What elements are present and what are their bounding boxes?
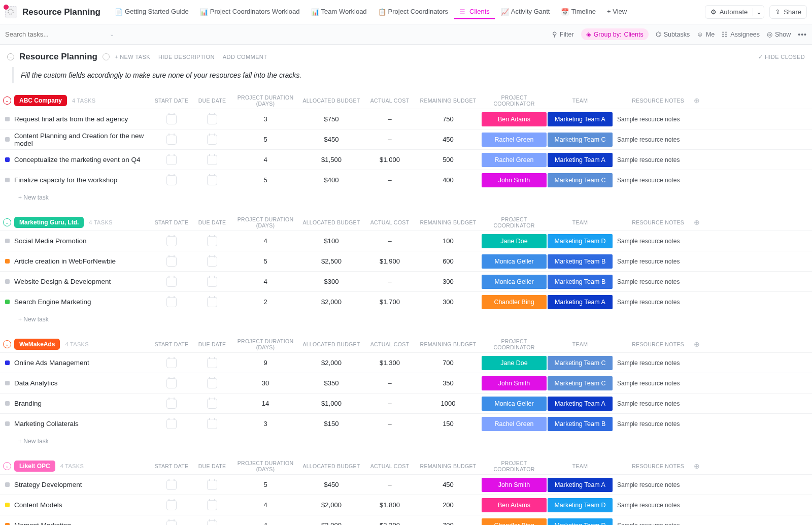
group-by-pill[interactable]: ◈ Group by: Clients xyxy=(581,28,649,40)
task-name[interactable]: Finalize capacity for the workshop xyxy=(14,176,151,184)
column-header[interactable]: REMAINING BUDGET xyxy=(415,219,481,225)
cell-duration[interactable]: 4 xyxy=(232,156,298,163)
cell-duration[interactable]: 4 xyxy=(232,278,298,285)
calendar-icon[interactable] xyxy=(166,135,177,145)
cell-budget[interactable]: $3,000 xyxy=(298,521,364,525)
group-name-pill[interactable]: ABC Company xyxy=(14,95,67,106)
task-status-bullet[interactable] xyxy=(5,259,10,264)
tab-timeline[interactable]: 📅Timeline xyxy=(556,5,601,19)
task-name[interactable]: Request final arts from the ad agency xyxy=(14,115,151,123)
column-header[interactable]: ACTUAL COST xyxy=(364,219,415,225)
column-header[interactable]: REMAINING BUDGET xyxy=(415,463,481,469)
cell-remaining[interactable]: 500 xyxy=(415,156,481,163)
add-comment-button[interactable]: ADD COMMENT xyxy=(223,54,267,60)
cell-duration[interactable]: 3 xyxy=(232,115,298,123)
group-name-pill[interactable]: WeMakeAds xyxy=(14,339,60,350)
team-chip[interactable]: Marketing Team D xyxy=(548,518,613,526)
coordinator-chip[interactable]: John Smith xyxy=(482,478,547,492)
column-header[interactable]: ACTUAL COST xyxy=(364,463,415,469)
column-header[interactable]: START DATE xyxy=(151,97,192,104)
team-chip[interactable]: Marketing Team B xyxy=(548,254,613,269)
calendar-icon[interactable] xyxy=(166,256,177,267)
cell-duration[interactable]: 14 xyxy=(232,400,298,407)
task-status-bullet[interactable] xyxy=(5,503,10,507)
automate-button[interactable]: ⚙ Automate ⌄ xyxy=(705,5,765,19)
search-input[interactable] xyxy=(5,30,107,38)
group-name-pill[interactable]: Marketing Guru, Ltd. xyxy=(14,217,84,228)
cell-budget[interactable]: $300 xyxy=(298,278,364,285)
column-header[interactable]: START DATE xyxy=(151,463,192,469)
column-header[interactable]: RESOURCE NOTES xyxy=(613,341,689,347)
coordinator-chip[interactable]: Rachel Green xyxy=(482,417,547,431)
calendar-icon[interactable] xyxy=(207,378,217,388)
team-chip[interactable]: Marketing Team C xyxy=(548,133,613,147)
group-name-pill[interactable]: LikeIt OPC xyxy=(14,461,55,472)
calendar-icon[interactable] xyxy=(166,419,177,429)
cell-duration[interactable]: 4 xyxy=(232,237,298,245)
filter-button[interactable]: ⚲Filter xyxy=(552,30,574,38)
cell-actual[interactable]: $1,300 xyxy=(364,359,415,367)
notes-cell[interactable]: Sample resource notes xyxy=(613,116,689,123)
column-header[interactable]: ACTUAL COST xyxy=(364,341,415,347)
coordinator-chip[interactable]: Chandler Bing xyxy=(482,295,547,309)
cell-budget[interactable]: $750 xyxy=(298,115,364,123)
cell-budget[interactable]: $400 xyxy=(298,176,364,184)
task-status-bullet[interactable] xyxy=(5,401,10,406)
tab--view[interactable]: + View xyxy=(602,5,632,19)
team-chip[interactable]: Marketing Team C xyxy=(548,356,613,370)
coordinator-chip[interactable]: Ben Adams xyxy=(482,112,547,126)
task-name[interactable]: Moment Marketing xyxy=(14,521,151,525)
list-description[interactable]: Fill the custom fields accordingly to ma… xyxy=(12,67,805,83)
add-column-button[interactable]: ⊕ xyxy=(689,340,704,348)
cell-duration[interactable]: 3 xyxy=(232,420,298,428)
team-chip[interactable]: Marketing Team A xyxy=(548,112,613,126)
add-column-button[interactable]: ⊕ xyxy=(689,462,704,470)
group-toggle[interactable]: ⌄ xyxy=(0,218,14,226)
cell-remaining[interactable]: 300 xyxy=(415,298,481,306)
column-header[interactable]: RESOURCE NOTES xyxy=(613,463,689,469)
cell-budget[interactable]: $2,000 xyxy=(298,298,364,306)
hide-description-button[interactable]: HIDE DESCRIPTION xyxy=(158,54,215,60)
cell-actual[interactable]: $1,800 xyxy=(364,501,415,509)
team-chip[interactable]: Marketing Team A xyxy=(548,295,613,309)
column-header[interactable]: TEAM xyxy=(547,341,613,347)
notes-cell[interactable]: Sample resource notes xyxy=(613,420,689,428)
task-status-bullet[interactable] xyxy=(5,117,10,121)
new-task-row-button[interactable]: + New task xyxy=(0,190,812,205)
calendar-icon[interactable] xyxy=(207,175,217,185)
task-name[interactable]: Marketing Collaterals xyxy=(14,420,151,428)
column-header[interactable]: DUE DATE xyxy=(192,219,232,225)
coordinator-chip[interactable]: Monica Geller xyxy=(482,254,547,269)
team-chip[interactable]: Marketing Team D xyxy=(548,498,613,512)
column-header[interactable]: RESOURCE NOTES xyxy=(613,97,689,104)
team-chip[interactable]: Marketing Team A xyxy=(548,478,613,492)
cell-remaining[interactable]: 450 xyxy=(415,136,481,143)
new-task-row-button[interactable]: + New task xyxy=(0,434,812,449)
task-name[interactable]: Website Design & Development xyxy=(14,278,151,285)
cell-actual[interactable]: – xyxy=(364,237,415,245)
team-chip[interactable]: Marketing Team B xyxy=(548,417,613,431)
column-header[interactable]: PROJECT COORDINATOR xyxy=(481,216,547,228)
cell-actual[interactable]: $1,900 xyxy=(364,257,415,265)
task-status-bullet[interactable] xyxy=(5,360,10,365)
group-toggle[interactable]: ⌄ xyxy=(0,462,14,470)
show-button[interactable]: ◎Show xyxy=(767,30,791,38)
calendar-icon[interactable] xyxy=(207,135,217,145)
calendar-icon[interactable] xyxy=(166,480,177,490)
notes-cell[interactable]: Sample resource notes xyxy=(613,299,689,306)
column-header[interactable]: PROJECT DURATION (DAYS) xyxy=(232,338,298,350)
column-header[interactable]: DUE DATE xyxy=(192,97,232,104)
calendar-icon[interactable] xyxy=(207,277,217,287)
cell-remaining[interactable]: 200 xyxy=(415,501,481,509)
notes-cell[interactable]: Sample resource notes xyxy=(613,258,689,265)
cell-remaining[interactable]: 750 xyxy=(415,115,481,123)
coordinator-chip[interactable]: Rachel Green xyxy=(482,153,547,167)
task-status-bullet[interactable] xyxy=(5,300,10,304)
cell-budget[interactable]: $450 xyxy=(298,136,364,143)
task-name[interactable]: Search Engine Marketing xyxy=(14,298,151,306)
team-chip[interactable]: Marketing Team A xyxy=(548,153,613,167)
column-header[interactable]: TEAM xyxy=(547,463,613,469)
calendar-icon[interactable] xyxy=(166,399,177,409)
group-toggle[interactable]: ⌄ xyxy=(0,340,14,348)
coordinator-chip[interactable]: Chandler Bing xyxy=(482,518,547,526)
